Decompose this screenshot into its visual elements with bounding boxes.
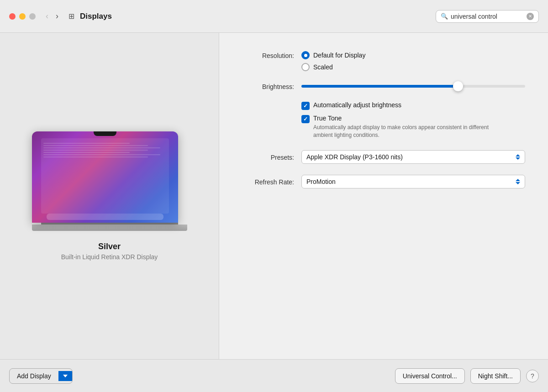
search-clear-button[interactable]: ✕ [527,13,534,20]
arrow-down-icon [516,157,520,160]
forward-button[interactable]: › [53,10,61,22]
refresh-rate-row: Refresh Rate: ProMotion [242,175,525,188]
true-tone-label-group: True Tone Automatically adapt display to… [313,115,496,139]
true-tone-label: True Tone [313,115,496,122]
true-tone-desc: Automatically adapt display to make colo… [313,124,496,139]
auto-brightness-option[interactable]: Automatically adjust brightness [301,101,525,110]
screen-line [43,143,130,144]
brightness-slider-track[interactable] [301,85,525,88]
resolution-scaled-label: Scaled [313,63,333,71]
checkboxes-row: Automatically adjust brightness True Ton… [242,101,525,139]
resolution-options: Default for Display Scaled [301,51,525,71]
presets-dropdown[interactable]: Apple XDR Display (P3-1600 nits) [301,150,525,164]
bottom-left: Add Display [9,368,395,384]
screen-line [43,145,148,146]
night-shift-button[interactable]: Night Shift... [470,368,521,384]
minimize-button[interactable] [19,13,26,20]
window-controls [9,13,36,20]
radio-scaled[interactable] [301,63,310,71]
search-input[interactable] [451,13,524,20]
presets-value: Apple XDR Display (P3-1600 nits) [306,153,403,161]
macbook-base [32,225,187,231]
grid-icon: ⊞ [68,12,74,21]
brightness-row: Brightness: [242,82,525,90]
universal-control-button[interactable]: Universal Control... [395,368,465,384]
search-icon: 🔍 [441,13,448,20]
resolution-row: Resolution: Default for Display Scaled [242,51,525,71]
auto-brightness-label: Automatically adjust brightness [313,101,401,109]
checkbox-section: Automatically adjust brightness True Ton… [301,101,525,139]
left-panel: Silver Built-in Liquid Retina XDR Displa… [0,33,219,359]
macbook-notch [94,131,116,136]
refresh-rate-dropdown-arrow [516,179,520,184]
presets-row: Presets: Apple XDR Display (P3-1600 nits… [242,150,525,164]
refresh-rate-value: ProMotion [306,178,336,185]
brightness-slider-thumb[interactable] [453,81,463,91]
titlebar: ‹ › ⊞ Displays 🔍 ✕ [0,0,548,33]
presets-dropdown-arrow [516,154,520,160]
back-button[interactable]: ‹ [43,10,51,22]
resolution-label: Resolution: [242,51,301,59]
resolution-default-option[interactable]: Default for Display [301,51,525,59]
refresh-rate-content: ProMotion [301,175,525,188]
presets-label: Presets: [242,153,301,161]
screen-lines [43,143,167,159]
true-tone-checkbox[interactable] [301,115,310,123]
display-preview [32,131,187,231]
screen-line [43,150,148,151]
add-display-label[interactable]: Add Display [10,369,58,383]
true-tone-option[interactable]: True Tone Automatically adapt display to… [301,115,525,139]
arrow-up-icon [516,154,520,157]
screen-line [43,157,148,157]
macbook-screen [32,131,178,223]
screen-content [41,138,169,214]
screen-line [43,152,130,153]
page-title: Displays [80,12,436,21]
arrow-down-icon [516,182,520,184]
nav-buttons: ‹ › [43,10,61,22]
arrow-up-icon [516,179,520,181]
resolution-default-label: Default for Display [313,52,365,59]
display-name: Silver [98,242,121,251]
auto-brightness-label-group: Automatically adjust brightness [313,101,401,109]
bottom-right: Universal Control... Night Shift... ? [395,368,539,384]
bottom-bar: Add Display Universal Control... Night S… [0,359,548,392]
brightness-label: Brightness: [242,82,301,90]
macbook-body [32,131,178,223]
close-button[interactable] [9,13,16,20]
add-display-chevron[interactable] [58,371,72,381]
checkboxes-empty-label [242,101,301,102]
presets-content: Apple XDR Display (P3-1600 nits) [301,150,525,164]
auto-brightness-checkbox[interactable] [301,102,310,110]
search-box: 🔍 ✕ [436,10,539,23]
maximize-button[interactable] [29,13,36,20]
refresh-rate-dropdown[interactable]: ProMotion [301,175,525,188]
screen-line [43,147,161,148]
display-subtitle: Built-in Liquid Retina XDR Display [61,253,158,261]
add-display-button[interactable]: Add Display [9,368,73,384]
macbook-dock [47,214,163,220]
screen-line [43,154,161,155]
refresh-rate-label: Refresh Rate: [242,178,301,186]
help-button[interactable]: ? [526,370,539,382]
resolution-scaled-option[interactable]: Scaled [301,63,525,71]
brightness-slider-container [301,85,525,88]
main-content: Silver Built-in Liquid Retina XDR Displa… [0,33,548,359]
right-panel: Resolution: Default for Display Scaled B… [219,33,548,359]
radio-default[interactable] [301,51,310,59]
